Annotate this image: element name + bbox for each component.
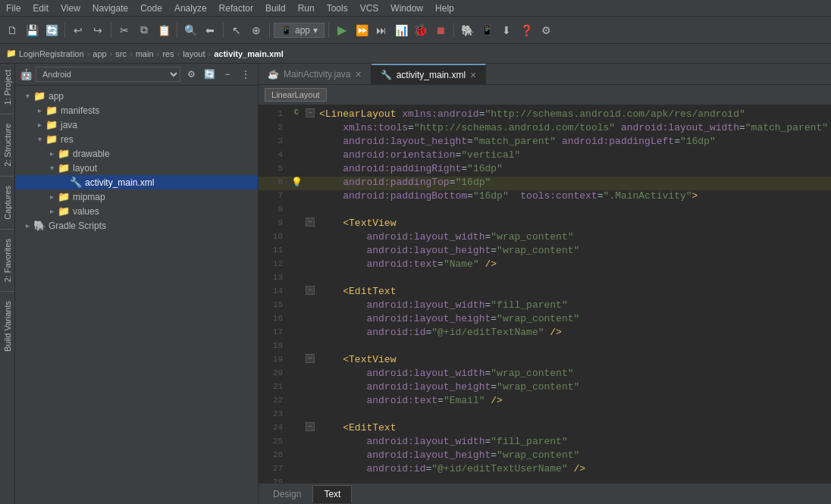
menu-navigate[interactable]: Navigate (86, 2, 134, 15)
toolbar-device[interactable]: 📱 (478, 21, 496, 39)
menu-view[interactable]: View (55, 2, 86, 15)
panel-more-icon[interactable]: ⋮ (238, 67, 253, 82)
sidebar-tab-captures[interactable]: Captures (0, 180, 14, 226)
fold-19[interactable]: − (304, 354, 316, 363)
tree-item-mipmap[interactable]: ▸ 📁 mipmap (15, 189, 258, 204)
menu-tools[interactable]: Tools (321, 2, 354, 15)
breadcrumb-src-label: src (115, 49, 127, 58)
lightbulb-icon[interactable]: 💡 (291, 177, 303, 188)
code-line-4: 4 android:orientation="vertical" (259, 149, 831, 163)
toolbar-sync2[interactable]: ⬇ (497, 21, 516, 39)
folder-icon: 📁 (58, 162, 70, 174)
menu-analyze[interactable]: Analyze (168, 2, 213, 15)
line-number-22: 22 (259, 395, 289, 405)
toolbar-pointer[interactable]: ↖ (227, 21, 246, 39)
menu-refactor[interactable]: Refactor (213, 2, 259, 15)
menu-file[interactable]: File (0, 2, 27, 15)
tree-item-layout[interactable]: ▾ 📁 layout (15, 161, 258, 175)
toolbar-run-step[interactable]: ⏭ (372, 21, 390, 39)
toolbar-undo[interactable]: ↩ (69, 21, 87, 39)
bottom-tab-design[interactable]: Design (262, 485, 312, 503)
menu-code[interactable]: Code (134, 2, 168, 15)
toolbar-move[interactable]: ⊕ (247, 21, 265, 39)
tree-item-manifests[interactable]: ▸ 📁 manifests (15, 103, 258, 117)
toolbar-debug-button[interactable]: 🐞 (412, 21, 430, 39)
tree-item-activity-main[interactable]: 🔧 activity_main.xml (15, 175, 258, 189)
tab-close-main-activity[interactable]: × (356, 69, 362, 80)
line-text-4: android:orientation="vertical" (316, 149, 831, 161)
toolbar-cut[interactable]: ✂ (115, 21, 133, 39)
line-number-8: 8 (259, 204, 289, 214)
breadcrumb-activity-xml[interactable]: activity_main.xml (214, 49, 284, 58)
tab-activity-xml[interactable]: 🔧 activity_main.xml × (372, 64, 487, 85)
gradle-icon: 🐘 (33, 220, 45, 231)
line-number-19: 19 (259, 354, 289, 364)
sidebar-tab-build-variants[interactable]: Build Variants (0, 295, 14, 358)
code-line-24: 24 − <EditText (259, 422, 831, 436)
tree-item-app[interactable]: ▾ 📁 app (15, 89, 258, 103)
fold-9[interactable]: − (304, 218, 316, 227)
breadcrumb-loginreg[interactable]: 📁 LoginRegistration (6, 49, 84, 58)
toolbar-settings[interactable]: ⚙ (537, 21, 555, 39)
toolbar-run-profile[interactable]: ⏩ (353, 21, 371, 39)
toolbar-coverage[interactable]: 📊 (392, 21, 410, 39)
code-line-16: 16 android:layout_height="wrap_content" (259, 313, 831, 327)
tree-item-manifests-label: manifests (61, 105, 99, 116)
fold-14[interactable]: − (304, 286, 316, 295)
app-icon: 📱 (281, 25, 292, 36)
toolbar-redo[interactable]: ↪ (89, 21, 107, 39)
tree-item-res-label: res (61, 134, 74, 145)
line-number-26: 26 (259, 449, 289, 459)
toolbar-app-selector[interactable]: 📱 app ▾ (274, 23, 325, 38)
sidebar-sep-1 (0, 114, 14, 114)
toolbar-stop[interactable]: ⏹ (431, 21, 450, 39)
breadcrumb-app[interactable]: app (93, 49, 106, 58)
layout-tag[interactable]: LinearLayout (265, 88, 327, 102)
breadcrumb-res[interactable]: res (162, 49, 174, 58)
line-text-23 (316, 409, 831, 420)
menu-vcs[interactable]: VCS (354, 2, 385, 15)
toolbar-paste[interactable]: 📋 (155, 21, 173, 39)
tab-main-activity[interactable]: ☕ MainActivity.java × (259, 64, 372, 85)
project-selector[interactable]: Android Project Packages (36, 67, 180, 82)
menu-help[interactable]: Help (429, 2, 460, 15)
panel-sync-icon[interactable]: 🔄 (202, 67, 217, 82)
line-text-26: android:layout_height="wrap_content" (316, 449, 831, 461)
tree-item-res[interactable]: ▾ 📁 res (15, 132, 258, 146)
sidebar-tab-structure[interactable]: 2: Structure (0, 117, 14, 173)
fold-1[interactable]: − (304, 108, 316, 117)
sidebar-tab-favorites[interactable]: 2: Favorites (0, 233, 14, 288)
toolbar-run-button[interactable]: ▶ (333, 21, 351, 39)
panel-collapse-icon[interactable]: − (220, 67, 235, 82)
breadcrumb-src[interactable]: src (115, 49, 127, 58)
line-number-18: 18 (259, 340, 289, 350)
arrow-icon: ▸ (33, 121, 45, 129)
breadcrumb-main[interactable]: main (136, 49, 154, 58)
tree-item-drawable[interactable]: ▸ 📁 drawable (15, 146, 258, 161)
menu-run[interactable]: Run (292, 2, 321, 15)
toolbar: 🗋 💾 🔄 ↩ ↪ ✂ ⧉ 📋 🔍 ⬅ ↖ ⊕ 📱 app ▾ ▶ ⏩ ⏭ 📊 … (0, 17, 831, 44)
toolbar-gradle[interactable]: 🐘 (458, 21, 476, 39)
folder-icon: 📁 (58, 205, 70, 217)
breadcrumb-layout[interactable]: layout (183, 49, 205, 58)
toolbar-find-prev[interactable]: ⬅ (201, 21, 219, 39)
toolbar-sync[interactable]: 🔄 (42, 21, 61, 39)
panel-settings-icon[interactable]: ⚙ (183, 67, 199, 82)
tree-item-gradle[interactable]: ▸ 🐘 Gradle Scripts (15, 218, 258, 233)
menu-build[interactable]: Build (259, 2, 292, 15)
code-editor[interactable]: 1 C − <LinearLayout xmlns:android="http:… (259, 105, 831, 483)
tree-item-java[interactable]: ▸ 📁 java (15, 117, 258, 132)
toolbar-save[interactable]: 💾 (23, 21, 41, 39)
toolbar-copy[interactable]: ⧉ (135, 21, 153, 39)
toolbar-help[interactable]: ❓ (517, 21, 535, 39)
sidebar-tab-project[interactable]: 1: Project (0, 64, 14, 111)
fold-24[interactable]: − (304, 422, 316, 431)
menu-window[interactable]: Window (384, 2, 429, 15)
tree-item-values[interactable]: ▸ 📁 values (15, 204, 258, 218)
tab-close-activity-xml[interactable]: × (470, 70, 476, 80)
menu-edit[interactable]: Edit (27, 2, 55, 15)
code-line-12: 12 android:text="Name" /> (259, 258, 831, 272)
toolbar-find[interactable]: 🔍 (181, 21, 199, 39)
bottom-tab-text[interactable]: Text (312, 485, 352, 503)
toolbar-new-project[interactable]: 🗋 (3, 21, 21, 39)
